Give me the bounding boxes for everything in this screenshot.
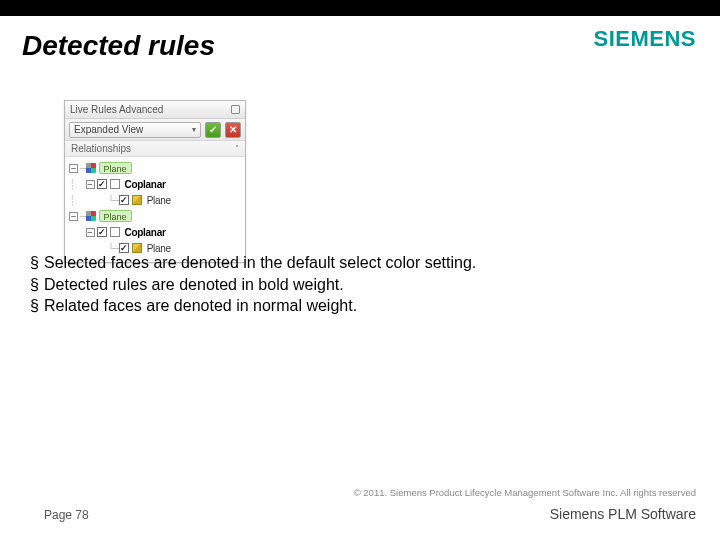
page-title: Detected rules	[22, 30, 215, 62]
collapse-toggle-icon[interactable]: −	[69, 212, 78, 221]
tree-label: Coplanar	[125, 227, 166, 238]
siemens-logo: SIEMENS	[593, 26, 696, 52]
plane-tag: Plane	[99, 210, 132, 222]
tree-node[interactable]: − ✓ Coplanar	[69, 224, 241, 240]
apply-button[interactable]: ✓	[205, 122, 221, 138]
checkbox[interactable]: ✓	[97, 227, 107, 237]
pin-icon[interactable]	[231, 105, 240, 114]
checkbox[interactable]: ✓	[97, 179, 107, 189]
top-black-bar	[0, 0, 720, 16]
collapse-toggle-icon[interactable]: −	[86, 228, 95, 237]
tree-label: Plane	[147, 195, 171, 206]
bullet-text: Detected rules are denoted in bold weigh…	[44, 274, 344, 296]
dropdown-label: Expanded View	[74, 124, 143, 135]
tree-node[interactable]: ┊ └─ ✓ Plane	[69, 192, 241, 208]
tree-node[interactable]: − ─ Plane	[69, 160, 241, 176]
panel-caption: Live Rules Advanced	[70, 101, 163, 119]
bullet-text: Related faces are denoted in normal weig…	[44, 295, 357, 317]
bullet-marker: §	[30, 274, 44, 296]
tree-node[interactable]: − ─ Plane	[69, 208, 241, 224]
page-number: Page 78	[44, 508, 89, 522]
bullet-text: Selected faces are denoted in the defaul…	[44, 252, 476, 274]
slide: SIEMENS Detected rules Live Rules Advanc…	[0, 0, 720, 540]
panel-toolbar: Expanded View ▾ ✓ ✕	[65, 119, 245, 141]
relation-icon	[110, 179, 120, 189]
bullet-marker: §	[30, 252, 44, 274]
relation-icon	[110, 227, 120, 237]
cancel-button[interactable]: ✕	[225, 122, 241, 138]
list-item: §Selected faces are denoted in the defau…	[30, 252, 476, 274]
plane-icon	[132, 195, 142, 205]
bullet-list: §Selected faces are denoted in the defau…	[30, 252, 476, 317]
section-label: Relationships	[71, 141, 131, 157]
collapse-toggle-icon[interactable]: −	[69, 164, 78, 173]
collapse-icon: ˄	[235, 141, 239, 157]
panel-titlebar: Live Rules Advanced	[65, 101, 245, 119]
list-item: §Detected rules are denoted in bold weig…	[30, 274, 476, 296]
view-dropdown[interactable]: Expanded View ▾	[69, 122, 201, 138]
tree-node[interactable]: ┊ − ✓ Coplanar	[69, 176, 241, 192]
plane-tag: Plane	[99, 162, 132, 174]
axis-icon	[86, 211, 96, 221]
list-item: §Related faces are denoted in normal wei…	[30, 295, 476, 317]
product-name: Siemens PLM Software	[550, 506, 696, 522]
checkbox[interactable]: ✓	[119, 195, 129, 205]
bullet-marker: §	[30, 295, 44, 317]
tree-label: Coplanar	[125, 179, 166, 190]
live-rules-panel: Live Rules Advanced Expanded View ▾ ✓ ✕ …	[64, 100, 246, 263]
chevron-down-icon: ▾	[192, 125, 196, 134]
tree: − ─ Plane ┊ − ✓ Coplanar ┊ └─ ✓ Plane	[65, 157, 245, 262]
collapse-toggle-icon[interactable]: −	[86, 180, 95, 189]
axis-icon	[86, 163, 96, 173]
section-header[interactable]: Relationships ˄	[65, 141, 245, 157]
copyright-text: © 2011. Siemens Product Lifecycle Manage…	[354, 487, 696, 498]
